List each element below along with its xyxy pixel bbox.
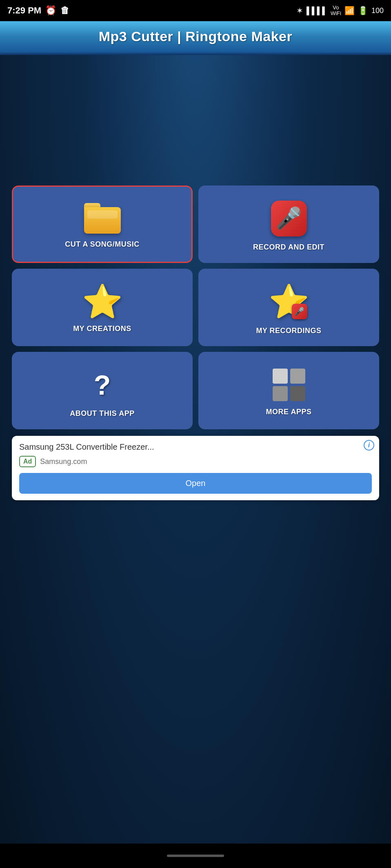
star-icon: ⭐: [82, 285, 123, 318]
record-edit-button[interactable]: 🎤 RECORD AND EDIT: [198, 186, 379, 263]
alarm-icon: ⏰: [45, 5, 56, 16]
app-header: Mp3 Cutter | Ringtone Maker: [0, 21, 391, 52]
battery-icon: 🔋: [358, 6, 368, 15]
my-recordings-label: MY RECORDINGS: [256, 327, 321, 335]
app-title: Mp3 Cutter | Ringtone Maker: [99, 29, 293, 44]
my-creations-label: MY CREATIONS: [73, 325, 131, 333]
ad-banner: i Samsung 253L Convertible Freezer... Ad…: [12, 436, 379, 500]
about-app-button[interactable]: ? ABOUT THIS APP: [12, 352, 193, 429]
main-content: CUT A SONG/MUSIC 🎤 RECORD AND EDIT ⭐ MY …: [0, 55, 391, 844]
more-apps-button[interactable]: MORE APPS: [198, 352, 379, 429]
more-apps-label: MORE APPS: [266, 408, 312, 416]
ad-open-button[interactable]: Open: [19, 473, 372, 494]
status-bar: 7:29 PM ⏰ 🗑 ✶ ▌▌▌▌ VoWiFi 📶 🔋 100: [0, 0, 391, 21]
ad-source-name: Samsung.com: [40, 457, 87, 466]
grid-icon: [273, 369, 305, 401]
vowifi-label: VoWiFi: [331, 5, 341, 17]
folder-icon: [84, 203, 121, 234]
status-left: 7:29 PM ⏰ 🗑: [7, 5, 69, 16]
record-edit-label: RECORD AND EDIT: [253, 243, 324, 252]
signal-icon: ▌▌▌▌: [307, 7, 327, 15]
trash-icon: 🗑: [60, 5, 69, 16]
cut-song-label: CUT A SONG/MUSIC: [65, 240, 140, 249]
time-label: 7:29 PM: [7, 5, 41, 16]
wifi-icon: 📶: [344, 6, 355, 15]
my-creations-button[interactable]: ⭐ MY CREATIONS: [12, 269, 193, 346]
battery-level: 100: [371, 7, 384, 15]
star-mic-icon: ⭐ 🎤: [271, 283, 307, 320]
button-grid: CUT A SONG/MUSIC 🎤 RECORD AND EDIT ⭐ MY …: [12, 186, 379, 429]
question-icon: ?: [84, 367, 120, 403]
my-recordings-button[interactable]: ⭐ 🎤 MY RECORDINGS: [198, 269, 379, 346]
home-indicator: [167, 855, 224, 857]
bottom-bar: [0, 844, 391, 868]
mic-icon: 🎤: [271, 201, 307, 236]
status-right: ✶ ▌▌▌▌ VoWiFi 📶 🔋 100: [296, 5, 384, 17]
ad-info-icon[interactable]: i: [364, 440, 374, 451]
cut-song-button[interactable]: CUT A SONG/MUSIC: [12, 186, 193, 263]
about-app-label: ABOUT THIS APP: [70, 409, 134, 418]
ad-source-row: Ad Samsung.com: [19, 456, 372, 467]
bluetooth-icon: ✶: [296, 6, 303, 15]
ad-badge: Ad: [19, 456, 36, 467]
ad-title: Samsung 253L Convertible Freezer...: [19, 442, 372, 452]
header-divider: [0, 52, 391, 55]
